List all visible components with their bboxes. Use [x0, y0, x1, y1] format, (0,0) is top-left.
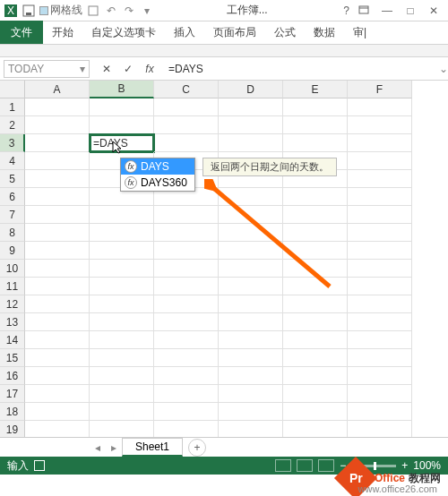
- cell[interactable]: [283, 224, 348, 242]
- row-header[interactable]: 12: [0, 295, 25, 313]
- sheet-tab-1[interactable]: Sheet1: [122, 438, 183, 457]
- cell[interactable]: [283, 349, 348, 367]
- cell[interactable]: [283, 421, 348, 439]
- add-sheet-button[interactable]: +: [188, 439, 206, 457]
- cell[interactable]: [90, 313, 154, 331]
- row-header[interactable]: 8: [0, 224, 25, 242]
- row-header[interactable]: 16: [0, 367, 25, 385]
- cell[interactable]: [348, 242, 412, 260]
- cell[interactable]: [283, 331, 348, 349]
- cell[interactable]: [154, 260, 219, 278]
- cell[interactable]: [25, 278, 90, 295]
- cell[interactable]: [348, 331, 412, 349]
- confirm-formula-icon[interactable]: ✓: [120, 63, 136, 75]
- row-header[interactable]: 17: [0, 385, 25, 403]
- cell[interactable]: [90, 224, 154, 242]
- cell[interactable]: =DAYS: [90, 134, 154, 152]
- properties-icon[interactable]: [86, 4, 100, 18]
- row-header[interactable]: 10: [0, 260, 25, 278]
- view-normal-icon[interactable]: [275, 459, 291, 472]
- cell[interactable]: [25, 421, 90, 439]
- cell[interactable]: [25, 206, 90, 224]
- row-header[interactable]: 4: [0, 152, 25, 170]
- select-all-corner[interactable]: [0, 81, 25, 98]
- cell[interactable]: [154, 421, 219, 439]
- column-header[interactable]: C: [154, 81, 219, 98]
- cell[interactable]: [154, 134, 219, 152]
- cell[interactable]: [283, 188, 348, 206]
- sheet-nav-prev-icon[interactable]: ◂: [90, 441, 106, 454]
- tab-layout[interactable]: 页面布局: [204, 21, 265, 44]
- save-icon[interactable]: [22, 4, 36, 18]
- maximize-icon[interactable]: □: [400, 4, 421, 18]
- column-header[interactable]: E: [283, 81, 348, 98]
- autocomplete-item-days360[interactable]: fx DAYS360: [121, 175, 194, 191]
- cell[interactable]: [219, 260, 283, 278]
- chevron-down-icon[interactable]: ▾: [80, 63, 85, 75]
- cell[interactable]: [219, 385, 283, 403]
- row-header[interactable]: 6: [0, 188, 25, 206]
- cell[interactable]: [90, 385, 154, 403]
- cell[interactable]: [348, 206, 412, 224]
- cell[interactable]: [154, 224, 219, 242]
- cell[interactable]: [283, 278, 348, 295]
- view-layout-icon[interactable]: [297, 459, 313, 472]
- column-header[interactable]: A: [25, 81, 90, 98]
- close-icon[interactable]: ✕: [423, 4, 444, 18]
- cell[interactable]: [25, 152, 90, 170]
- column-header[interactable]: B: [90, 81, 154, 98]
- tab-review[interactable]: 审|: [344, 21, 375, 44]
- cell[interactable]: [25, 403, 90, 421]
- tab-file[interactable]: 文件: [0, 21, 43, 44]
- cell[interactable]: [219, 367, 283, 385]
- cell[interactable]: [348, 260, 412, 278]
- tab-insert[interactable]: 插入: [165, 21, 204, 44]
- row-header[interactable]: 14: [0, 331, 25, 349]
- cell[interactable]: [219, 134, 283, 152]
- cell[interactable]: [90, 116, 154, 134]
- cell[interactable]: [25, 188, 90, 206]
- cell[interactable]: [25, 260, 90, 278]
- cell[interactable]: [348, 403, 412, 421]
- cell[interactable]: [25, 242, 90, 260]
- gridlines-checkbox[interactable]: 网格线: [39, 3, 82, 18]
- cell[interactable]: [283, 98, 348, 116]
- cell[interactable]: [348, 385, 412, 403]
- cell[interactable]: [219, 224, 283, 242]
- redo-icon[interactable]: ↷: [122, 4, 136, 18]
- cell[interactable]: [90, 403, 154, 421]
- cell[interactable]: [348, 367, 412, 385]
- tab-start[interactable]: 开始: [43, 21, 82, 44]
- cell[interactable]: [219, 421, 283, 439]
- column-header[interactable]: F: [348, 81, 412, 98]
- cell[interactable]: [154, 331, 219, 349]
- view-pagebreak-icon[interactable]: [318, 459, 334, 472]
- row-header[interactable]: 7: [0, 206, 25, 224]
- cell[interactable]: [219, 242, 283, 260]
- cell[interactable]: [90, 367, 154, 385]
- cell[interactable]: [348, 224, 412, 242]
- cell[interactable]: [154, 242, 219, 260]
- cell[interactable]: [90, 260, 154, 278]
- cell[interactable]: [219, 206, 283, 224]
- ribbon-options-icon[interactable]: [353, 4, 375, 18]
- row-header[interactable]: 11: [0, 278, 25, 295]
- row-header[interactable]: 2: [0, 116, 25, 134]
- row-header[interactable]: 5: [0, 170, 25, 188]
- cell[interactable]: [90, 349, 154, 367]
- cell[interactable]: [348, 170, 412, 188]
- cell[interactable]: [283, 403, 348, 421]
- cell[interactable]: [348, 349, 412, 367]
- row-header[interactable]: 15: [0, 349, 25, 367]
- cell[interactable]: [25, 313, 90, 331]
- cell[interactable]: [283, 313, 348, 331]
- cell[interactable]: [219, 278, 283, 295]
- cell[interactable]: [25, 170, 90, 188]
- cell[interactable]: [283, 242, 348, 260]
- tab-formula[interactable]: 公式: [265, 21, 305, 44]
- cell[interactable]: [283, 134, 348, 152]
- cell[interactable]: [283, 385, 348, 403]
- cell[interactable]: [348, 278, 412, 295]
- cell[interactable]: [154, 278, 219, 295]
- autocomplete-item-days[interactable]: fx DAYS: [121, 158, 194, 175]
